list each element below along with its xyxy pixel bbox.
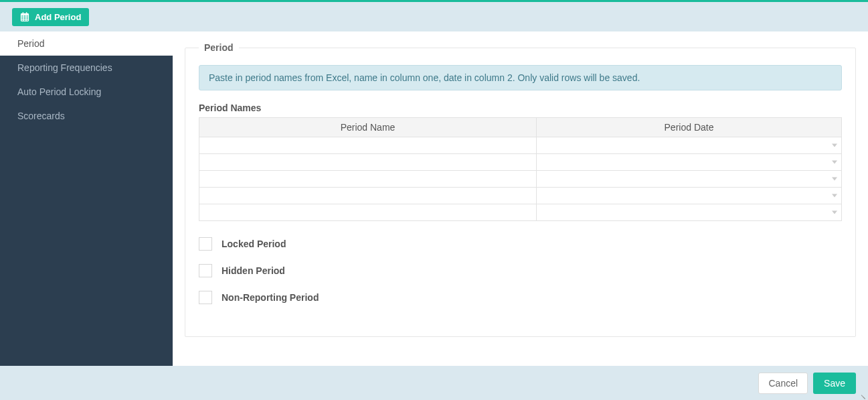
period-name-input[interactable] <box>199 204 536 220</box>
table-row <box>199 171 842 188</box>
add-period-label: Add Period <box>35 12 81 22</box>
sidebar-item-auto-period-locking[interactable]: Auto Period Locking <box>0 80 173 104</box>
save-button[interactable]: Save <box>813 373 856 394</box>
sidebar-item-reporting-frequencies[interactable]: Reporting Frequencies <box>0 56 173 80</box>
sidebar-item-label: Period <box>17 38 44 49</box>
info-banner: Paste in period names from Excel, name i… <box>199 65 842 90</box>
table-row <box>199 137 842 154</box>
period-table: Period Name Period Date <box>199 117 842 221</box>
period-name-input[interactable] <box>199 137 536 153</box>
period-date-input[interactable] <box>537 154 841 170</box>
hidden-period-checkbox[interactable] <box>199 264 212 277</box>
sidebar: Period Reporting Frequencies Auto Period… <box>0 31 173 366</box>
period-names-label: Period Names <box>199 103 842 113</box>
sidebar-item-label: Reporting Frequencies <box>17 62 112 73</box>
fieldset-legend: Period <box>199 42 239 53</box>
period-date-input[interactable] <box>537 137 841 153</box>
table-row <box>199 188 842 204</box>
checkbox-row-locked: Locked Period <box>199 237 842 251</box>
checkbox-label: Locked Period <box>222 239 286 249</box>
column-header-name: Period Name <box>199 118 537 137</box>
footer-bar: Cancel Save <box>0 366 868 400</box>
period-date-input[interactable] <box>537 188 841 204</box>
content-area: Period Reporting Frequencies Auto Period… <box>0 31 868 366</box>
period-date-input[interactable] <box>537 171 841 187</box>
sidebar-item-scorecards[interactable]: Scorecards <box>0 104 173 128</box>
cancel-button[interactable]: Cancel <box>758 373 808 394</box>
non-reporting-period-checkbox[interactable] <box>199 291 212 304</box>
calendar-icon <box>20 12 29 21</box>
period-date-input[interactable] <box>537 204 841 220</box>
locked-period-checkbox[interactable] <box>199 237 212 251</box>
checkbox-label: Hidden Period <box>222 265 285 276</box>
period-name-input[interactable] <box>199 188 536 204</box>
sidebar-item-label: Scorecards <box>17 111 65 121</box>
add-period-button[interactable]: Add Period <box>12 8 89 26</box>
resize-handle[interactable] <box>860 392 867 399</box>
sidebar-item-label: Auto Period Locking <box>17 86 101 97</box>
table-row <box>199 154 842 171</box>
info-text: Paste in period names from Excel, name i… <box>209 72 640 83</box>
main-panel: Period Paste in period names from Excel,… <box>173 31 868 366</box>
column-header-date: Period Date <box>537 118 842 137</box>
checkbox-row-hidden: Hidden Period <box>199 264 842 277</box>
checkbox-row-nonreporting: Non-Reporting Period <box>199 291 842 304</box>
sidebar-item-period[interactable]: Period <box>0 31 173 56</box>
period-fieldset: Period Paste in period names from Excel,… <box>185 42 856 337</box>
table-row <box>199 204 842 221</box>
checkbox-label: Non-Reporting Period <box>222 292 319 303</box>
top-bar: Add Period <box>0 0 868 31</box>
period-name-input[interactable] <box>199 171 536 187</box>
period-name-input[interactable] <box>199 154 536 170</box>
